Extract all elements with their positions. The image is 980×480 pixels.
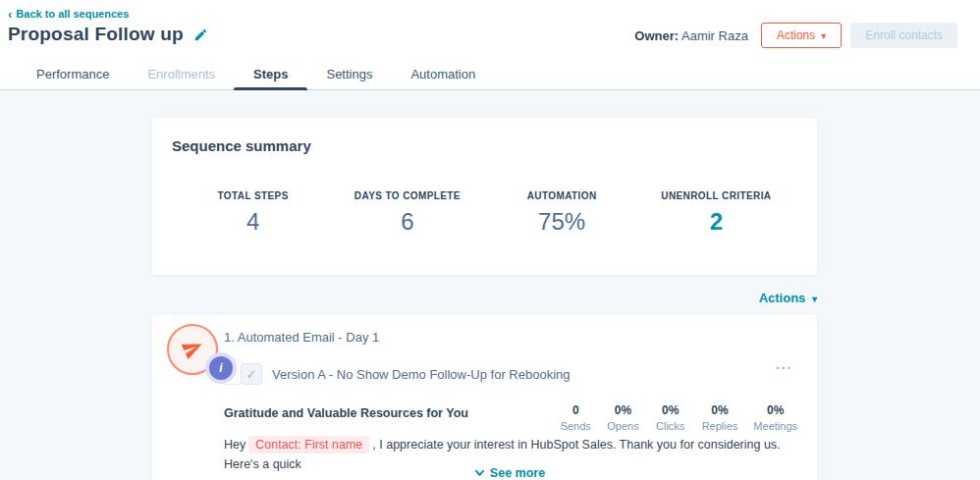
see-more-label: See more <box>490 466 545 480</box>
subject-row: Gratitude and Valuable Resources for You… <box>224 403 797 432</box>
tab-automation[interactable]: Automation <box>410 58 475 89</box>
see-more-link[interactable]: See more <box>474 466 545 480</box>
tab-enrollments[interactable]: Enrollments <box>147 58 215 89</box>
enroll-button-label: Enroll contacts <box>865 28 943 42</box>
page-header: ‹ Back to all sequences Proposal Follow … <box>0 0 980 90</box>
see-more-row: See more <box>224 464 795 480</box>
metric-meetings: 0% Meetings <box>753 403 797 432</box>
metric-value: 0% <box>753 403 797 417</box>
metric-label: Opens <box>607 420 638 432</box>
metric-label: Meetings <box>753 420 797 432</box>
stat-days-to-complete: DAYS TO COMPLETE 6 <box>330 190 484 236</box>
stat-automation: AUTOMATION 75% <box>485 190 639 236</box>
metric-value: 0 <box>560 403 591 417</box>
owner-text: Owner: Aamir Raza <box>634 28 748 43</box>
more-options-icon[interactable]: ··· <box>776 360 792 376</box>
version-label: Version A - No Show Demo Follow-Up for R… <box>272 367 570 382</box>
caret-down-icon: ▾ <box>812 293 817 304</box>
stat-label: DAYS TO COMPLETE <box>330 190 484 201</box>
stat-unenroll-criteria: UNENROLL CRITERIA 2 <box>639 190 793 236</box>
back-link-label: Back to all sequences <box>16 8 129 20</box>
metric-value: 0% <box>702 403 738 417</box>
actions-button[interactable]: Actions ▾ <box>761 23 842 48</box>
metric-clicks: 0% Clicks <box>655 403 686 432</box>
caret-down-icon: ▾ <box>821 30 826 41</box>
edit-pencil-icon[interactable] <box>193 27 208 42</box>
tab-steps[interactable]: Steps <box>253 58 288 89</box>
personalization-token: Contact: First name <box>248 436 369 453</box>
metric-label: Replies <box>702 420 738 432</box>
paper-plane-icon <box>179 334 207 362</box>
stat-label: TOTAL STEPS <box>176 190 330 201</box>
stat-value: 4 <box>176 208 330 236</box>
steps-actions-link[interactable]: Actions ▾ <box>759 291 817 305</box>
page-title: Proposal Follow up <box>8 24 184 45</box>
title-row: Proposal Follow up <box>8 24 208 45</box>
tab-bar: Performance Enrollments Steps Settings A… <box>0 58 980 90</box>
header-controls: Owner: Aamir Raza Actions ▾ Enroll conta… <box>634 23 957 48</box>
stat-label: AUTOMATION <box>485 190 639 201</box>
step-card: 1. Automated Email - Day 1 i ✓ Version A… <box>152 315 817 480</box>
version-checkbox[interactable]: ✓ <box>241 363 262 385</box>
chevron-down-icon <box>474 467 485 478</box>
preview-prefix: Hey <box>224 438 245 452</box>
check-icon: ✓ <box>246 367 257 382</box>
tab-settings[interactable]: Settings <box>326 58 372 89</box>
metric-label: Sends <box>560 420 591 432</box>
stat-total-steps: TOTAL STEPS 4 <box>176 190 330 236</box>
stat-value: 2 <box>639 208 793 236</box>
enroll-contacts-button[interactable]: Enroll contacts <box>850 23 957 48</box>
metric-opens: 0% Opens <box>607 403 638 432</box>
steps-actions-row: Actions ▾ <box>152 289 817 306</box>
summary-title: Sequence summary <box>172 137 311 154</box>
steps-actions-label: Actions <box>759 291 806 305</box>
owner-name: Aamir Raza <box>681 28 748 43</box>
email-metrics: 0 Sends 0% Opens 0% Clicks 0% Replies 0% <box>560 403 797 432</box>
summary-stats: TOTAL STEPS 4 DAYS TO COMPLETE 6 AUTOMAT… <box>176 190 793 236</box>
back-chevron-icon: ‹ <box>8 9 12 20</box>
metric-sends: 0 Sends <box>560 403 591 432</box>
metric-value: 0% <box>655 403 686 417</box>
metric-label: Clicks <box>655 420 686 432</box>
back-to-sequences-link[interactable]: ‹ Back to all sequences <box>8 8 129 20</box>
page-content: Sequence summary TOTAL STEPS 4 DAYS TO C… <box>0 90 980 480</box>
sequence-summary-card: Sequence summary TOTAL STEPS 4 DAYS TO C… <box>152 118 817 275</box>
info-badge-icon[interactable]: i <box>209 356 233 380</box>
tab-performance[interactable]: Performance <box>36 58 109 89</box>
stat-label: UNENROLL CRITERIA <box>639 190 793 201</box>
stat-value: 75% <box>485 208 639 236</box>
step-heading: 1. Automated Email - Day 1 <box>224 330 379 345</box>
actions-button-label: Actions <box>777 28 815 42</box>
metric-replies: 0% Replies <box>702 403 738 432</box>
stat-value: 6 <box>330 208 484 236</box>
email-subject: Gratitude and Valuable Resources for You <box>224 406 468 420</box>
metric-value: 0% <box>607 403 638 417</box>
owner-label: Owner: <box>634 28 679 43</box>
